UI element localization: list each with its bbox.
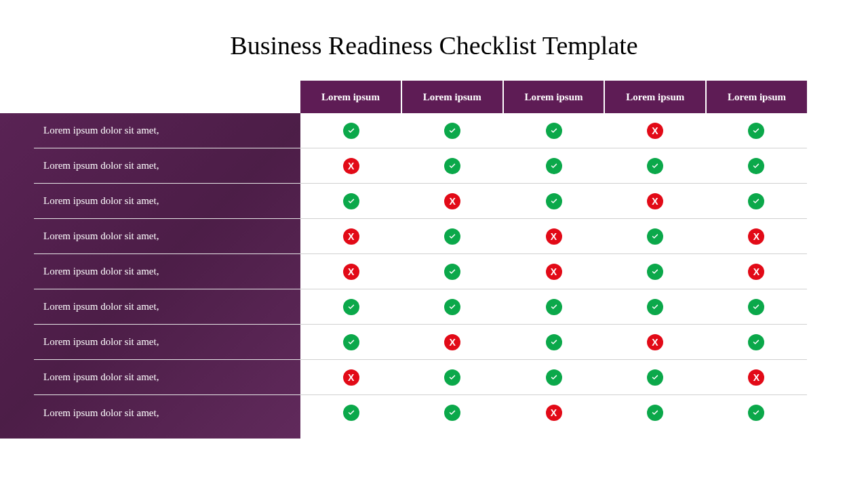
data-cell bbox=[706, 148, 807, 183]
check-icon bbox=[748, 334, 764, 350]
check-icon bbox=[343, 123, 359, 139]
data-cell bbox=[300, 289, 401, 324]
data-cell: X bbox=[503, 254, 604, 289]
data-cell bbox=[401, 219, 502, 253]
cross-icon: X bbox=[748, 228, 764, 245]
data-cell bbox=[706, 325, 807, 359]
data-cell bbox=[300, 113, 401, 148]
data-cell bbox=[401, 113, 502, 148]
data-cell bbox=[401, 254, 502, 289]
row-label: Lorem ipsum dolor sit amet, bbox=[34, 289, 300, 324]
check-icon bbox=[546, 158, 562, 174]
check-icon bbox=[647, 158, 663, 174]
check-icon bbox=[444, 123, 460, 139]
data-cell bbox=[503, 325, 604, 359]
data-cell bbox=[706, 113, 807, 148]
data-cell: X bbox=[604, 113, 705, 148]
check-icon bbox=[343, 193, 359, 209]
data-cell bbox=[604, 289, 705, 324]
check-icon bbox=[748, 299, 764, 315]
row-label: Lorem ipsum dolor sit amet, bbox=[34, 148, 300, 183]
cross-icon: X bbox=[444, 193, 460, 209]
check-icon bbox=[748, 193, 764, 209]
check-icon bbox=[546, 369, 562, 386]
page-title: Business Readiness Checklist Template bbox=[0, 0, 868, 81]
table-row: Lorem ipsum dolor sit amet,X bbox=[34, 113, 807, 148]
table-row: Lorem ipsum dolor sit amet,X bbox=[34, 148, 807, 184]
check-icon bbox=[546, 123, 562, 139]
cross-icon: X bbox=[546, 228, 562, 245]
data-cell: X bbox=[300, 219, 401, 253]
check-icon bbox=[748, 123, 764, 139]
cross-icon: X bbox=[343, 228, 359, 245]
table-row: Lorem ipsum dolor sit amet,XX bbox=[34, 360, 807, 395]
data-cell: X bbox=[604, 325, 705, 359]
data-cell bbox=[706, 289, 807, 324]
data-cell bbox=[604, 219, 705, 253]
data-cell: X bbox=[300, 254, 401, 289]
data-cell: X bbox=[401, 184, 502, 218]
check-icon bbox=[444, 299, 460, 315]
table-row: Lorem ipsum dolor sit amet,XXX bbox=[34, 254, 807, 289]
check-icon bbox=[343, 334, 359, 350]
cross-icon: X bbox=[343, 264, 359, 280]
cross-icon: X bbox=[647, 334, 663, 350]
data-cell bbox=[401, 148, 502, 183]
data-cell bbox=[503, 289, 604, 324]
table-row: Lorem ipsum dolor sit amet, bbox=[34, 289, 807, 325]
column-header: Lorem ipsum bbox=[504, 81, 606, 113]
data-cell bbox=[503, 184, 604, 218]
data-cell bbox=[604, 148, 705, 183]
data-cell bbox=[604, 254, 705, 289]
checklist-table: Lorem ipsum Lorem ipsum Lorem ipsum Lore… bbox=[34, 81, 807, 430]
check-icon bbox=[647, 299, 663, 315]
table-row: Lorem ipsum dolor sit amet,XX bbox=[34, 184, 807, 219]
cross-icon: X bbox=[444, 334, 460, 350]
check-icon bbox=[647, 264, 663, 280]
row-label: Lorem ipsum dolor sit amet, bbox=[34, 395, 300, 430]
column-header: Lorem ipsum bbox=[707, 81, 807, 113]
data-cell bbox=[503, 113, 604, 148]
data-cell bbox=[503, 148, 604, 183]
header-spacer bbox=[34, 81, 300, 113]
data-cell: X bbox=[706, 219, 807, 253]
data-cell bbox=[401, 360, 502, 394]
check-icon bbox=[444, 405, 460, 421]
data-cell bbox=[706, 184, 807, 218]
data-cell bbox=[401, 289, 502, 324]
column-header: Lorem ipsum bbox=[402, 81, 504, 113]
data-cell: X bbox=[401, 325, 502, 359]
cross-icon: X bbox=[546, 405, 562, 421]
header-row: Lorem ipsum Lorem ipsum Lorem ipsum Lore… bbox=[34, 81, 807, 113]
data-cell bbox=[300, 395, 401, 430]
row-label: Lorem ipsum dolor sit amet, bbox=[34, 254, 300, 289]
check-icon bbox=[343, 405, 359, 421]
row-label: Lorem ipsum dolor sit amet, bbox=[34, 360, 300, 394]
cross-icon: X bbox=[748, 369, 764, 386]
check-icon bbox=[748, 158, 764, 174]
data-cell bbox=[604, 395, 705, 430]
cross-icon: X bbox=[748, 264, 764, 280]
data-cell bbox=[300, 184, 401, 218]
check-icon bbox=[546, 193, 562, 209]
table-row: Lorem ipsum dolor sit amet,XX bbox=[34, 325, 807, 360]
check-icon bbox=[748, 405, 764, 421]
data-cell bbox=[604, 360, 705, 394]
cross-icon: X bbox=[343, 158, 359, 174]
row-label: Lorem ipsum dolor sit amet, bbox=[34, 219, 300, 253]
data-cell: X bbox=[503, 395, 604, 430]
data-cell bbox=[706, 395, 807, 430]
check-icon bbox=[444, 369, 460, 386]
data-cell: X bbox=[604, 184, 705, 218]
content-area: Lorem ipsum Lorem ipsum Lorem ipsum Lore… bbox=[0, 81, 868, 430]
check-icon bbox=[647, 405, 663, 421]
column-header: Lorem ipsum bbox=[605, 81, 707, 113]
row-label: Lorem ipsum dolor sit amet, bbox=[34, 113, 300, 148]
cross-icon: X bbox=[647, 123, 663, 139]
data-cell: X bbox=[706, 254, 807, 289]
table-row: Lorem ipsum dolor sit amet,XXX bbox=[34, 219, 807, 254]
check-icon bbox=[444, 264, 460, 280]
data-cell: X bbox=[300, 360, 401, 394]
check-icon bbox=[546, 299, 562, 315]
data-cell bbox=[503, 360, 604, 394]
